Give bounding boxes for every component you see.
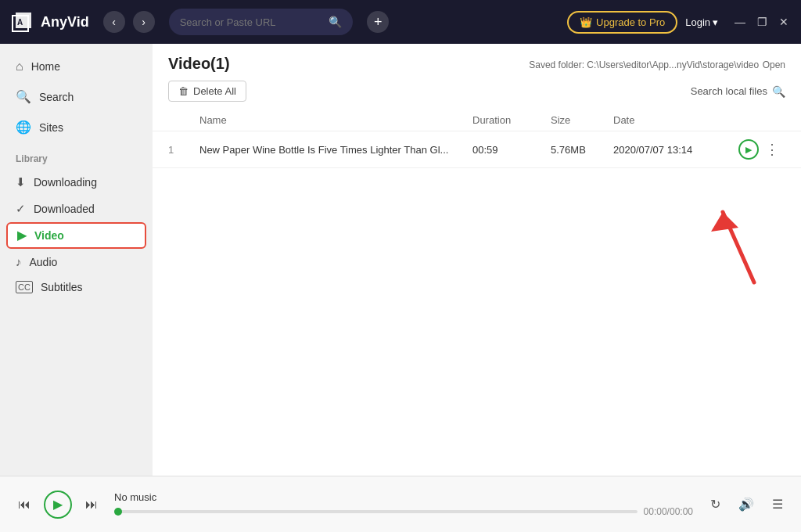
sidebar-item-label: Video — [34, 229, 64, 242]
now-playing-title: No music — [114, 491, 693, 503]
col-actions — [738, 114, 785, 126]
sidebar-item-label: Audio — [30, 256, 58, 268]
content-header: Video(1) Saved folder: C:\Users\editor\A… — [153, 44, 801, 73]
prev-track-button[interactable]: ⏮ — [13, 493, 36, 516]
sidebar-item-video[interactable]: ▶ Video — [6, 222, 146, 249]
nav-forward-button[interactable]: › — [133, 11, 155, 33]
table-header: Name Duration Size Date — [153, 110, 801, 131]
time-display: 00:00/00:00 — [644, 506, 693, 517]
sidebar-item-label: Subtitles — [41, 281, 83, 293]
bottom-player: ⏮ ▶ ⏭ No music 00:00/00:00 ↻ 🔊 ☰ — [0, 476, 801, 532]
row-date: 2020/07/07 13:14 — [613, 144, 738, 156]
close-button[interactable]: ✕ — [776, 14, 792, 30]
sidebar-item-label: Downloading — [34, 176, 97, 189]
file-table: Name Duration Size Date 1 New Paper Wine… — [153, 110, 801, 476]
col-date: Date — [613, 114, 738, 126]
volume-button[interactable]: 🔊 — [735, 494, 757, 516]
sidebar: ⌂ Home 🔍 Search 🌐 Sites Library ⬇ Downlo… — [0, 44, 153, 476]
sidebar-item-downloaded[interactable]: ✓ Downloaded — [0, 196, 153, 222]
titlebar: A AnyVid ‹ › 🔍 + 👑 Upgrade to Pro Login … — [0, 0, 801, 44]
minimize-button[interactable]: — — [732, 14, 748, 30]
upgrade-label: Upgrade to Pro — [596, 16, 665, 28]
upgrade-button[interactable]: 👑 Upgrade to Pro — [567, 11, 677, 34]
sidebar-item-subtitles[interactable]: CC Subtitles — [0, 275, 153, 300]
music-icon: ♪ — [16, 255, 22, 268]
sidebar-item-audio[interactable]: ♪ Audio — [0, 249, 153, 275]
toolbar: 🗑 Delete All Search local files 🔍 — [153, 73, 801, 110]
svg-text:A: A — [17, 18, 23, 27]
row-file-name: New Paper Wine Bottle Is Five Times Ligh… — [199, 144, 472, 156]
chevron-down-icon: ▾ — [713, 16, 718, 28]
repeat-button[interactable]: ↻ — [704, 494, 726, 516]
login-label: Login — [685, 16, 710, 28]
table-row: 1 New Paper Wine Bottle Is Five Times Li… — [153, 131, 801, 168]
search-local-label: Search local files — [691, 85, 767, 97]
page-title: Video(1) — [168, 55, 230, 73]
search-icon[interactable]: 🔍 — [329, 16, 342, 28]
crown-icon: 👑 — [580, 16, 592, 28]
more-options-button[interactable]: ⋮ — [765, 142, 779, 156]
cc-icon: CC — [16, 281, 33, 293]
maximize-button[interactable]: ❐ — [754, 14, 770, 30]
logo-icon: A — [9, 9, 34, 34]
sidebar-item-downloading[interactable]: ⬇ Downloading — [0, 169, 153, 196]
player-info: No music 00:00/00:00 — [114, 491, 693, 517]
sidebar-item-label: Downloaded — [34, 203, 95, 215]
open-link[interactable]: Open — [763, 59, 785, 70]
sidebar-item-label: Search — [39, 91, 74, 103]
row-size: 5.76MB — [551, 144, 613, 156]
library-label: Library — [0, 142, 153, 169]
search-local-icon: 🔍 — [772, 85, 785, 98]
progress-bar[interactable] — [114, 510, 638, 513]
logo-area: A AnyVid — [9, 9, 89, 34]
download-icon: ⬇ — [16, 175, 26, 189]
play-icon: ▶ — [17, 228, 27, 243]
content-area: Video(1) Saved folder: C:\Users\editor\A… — [153, 44, 801, 476]
col-name: Name — [199, 114, 472, 126]
sidebar-item-search[interactable]: 🔍 Search — [0, 81, 153, 112]
search-bar: 🔍 — [169, 9, 354, 35]
sidebar-item-sites[interactable]: 🌐 Sites — [0, 112, 153, 142]
row-duration: 00:59 — [472, 144, 551, 156]
col-num — [168, 114, 199, 126]
next-track-button[interactable]: ⏭ — [80, 493, 103, 516]
main-layout: ⌂ Home 🔍 Search 🌐 Sites Library ⬇ Downlo… — [0, 44, 801, 476]
row-actions: ▶ ⋮ — [738, 139, 785, 160]
window-controls: — ❐ ✕ — [732, 14, 792, 30]
search-icon: 🔍 — [16, 89, 31, 104]
col-duration: Duration — [472, 114, 551, 126]
login-button[interactable]: Login ▾ — [685, 16, 718, 28]
row-number: 1 — [168, 144, 199, 156]
col-size: Size — [551, 114, 613, 126]
app-name: AnyVid — [41, 14, 89, 31]
playlist-button[interactable]: ☰ — [767, 494, 788, 516]
sidebar-item-label: Sites — [39, 121, 63, 134]
sidebar-item-home[interactable]: ⌂ Home — [0, 52, 153, 81]
sidebar-item-label: Home — [31, 60, 60, 73]
saved-folder-info: Saved folder: C:\Users\editor\App...nyVi… — [529, 57, 785, 71]
delete-all-button[interactable]: 🗑 Delete All — [168, 81, 246, 102]
progress-dot — [114, 508, 122, 516]
play-pause-button[interactable]: ▶ — [44, 491, 72, 519]
globe-icon: 🌐 — [16, 120, 31, 135]
check-icon: ✓ — [16, 202, 26, 216]
delete-all-label: Delete All — [193, 85, 236, 97]
search-input[interactable] — [180, 16, 323, 28]
nav-back-button[interactable]: ‹ — [103, 11, 125, 33]
player-progress: 00:00/00:00 — [114, 506, 693, 517]
saved-folder-path: Saved folder: C:\Users\editor\App...nyVi… — [529, 59, 759, 70]
player-controls: ⏮ ▶ ⏭ — [13, 491, 103, 519]
trash-icon: 🗑 — [178, 85, 189, 97]
add-button[interactable]: + — [367, 11, 389, 33]
search-local-files[interactable]: Search local files 🔍 — [691, 85, 785, 98]
player-right-controls: ↻ 🔊 ☰ — [704, 494, 788, 516]
play-button[interactable]: ▶ — [738, 139, 759, 160]
home-icon: ⌂ — [16, 59, 23, 74]
